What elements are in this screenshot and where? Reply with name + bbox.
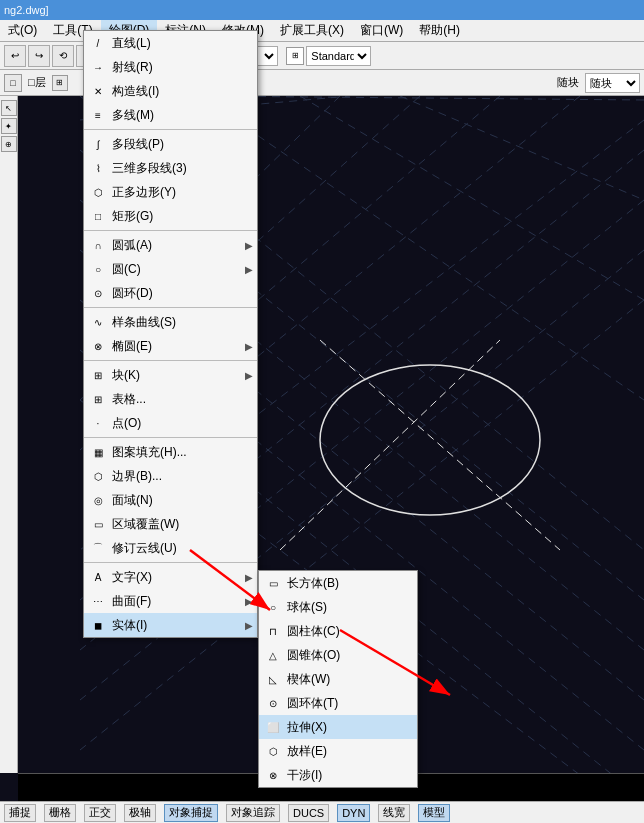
title-bar: ng2.dwg] — [0, 0, 644, 20]
arc-icon: ∩ — [90, 237, 106, 253]
toolbar-btn-undo[interactable]: ⟲ — [52, 45, 74, 67]
ellipse-arrow: ▶ — [245, 341, 253, 352]
menu-item-spline[interactable]: ∿ 样条曲线(S) — [84, 310, 257, 334]
polygon-icon: ⬡ — [90, 184, 106, 200]
menu-item-point[interactable]: · 点(O) — [84, 411, 257, 435]
submenu-item-sphere[interactable]: ○ 球体(S) — [259, 595, 417, 619]
revcloud-icon: ⌒ — [90, 540, 106, 556]
rectang-icon: □ — [90, 208, 106, 224]
menu-item-ray[interactable]: → 射线(R) — [84, 55, 257, 79]
surface-arrow: ▶ — [245, 596, 253, 607]
toolbar-btn-1[interactable]: ↩ — [4, 45, 26, 67]
toolbar2-suikuai-select[interactable]: 随块 — [585, 73, 640, 93]
wedge-icon: ◺ — [265, 671, 281, 687]
sep-5 — [84, 437, 257, 438]
spline-icon: ∿ — [90, 314, 106, 330]
menu-item-table[interactable]: ⊞ 表格... — [84, 387, 257, 411]
menu-item-region[interactable]: ◎ 面域(N) — [84, 488, 257, 512]
menu-item-donut[interactable]: ⊙ 圆环(D) — [84, 281, 257, 305]
status-snap[interactable]: 捕捉 — [4, 804, 36, 822]
menu-item-wipeout[interactable]: ▭ 区域覆盖(W) — [84, 512, 257, 536]
solid-arrow: ▶ — [245, 620, 253, 631]
ray-icon: → — [90, 59, 106, 75]
status-lineweight[interactable]: 线宽 — [378, 804, 410, 822]
title-text: ng2.dwg] — [4, 4, 49, 16]
menu-item-3dpline[interactable]: ⌇ 三维多段线(3) — [84, 156, 257, 180]
text-icon: A — [90, 569, 106, 585]
menu-item-boundary[interactable]: ⬡ 边界(B)... — [84, 464, 257, 488]
sep-6 — [84, 562, 257, 563]
status-polar[interactable]: 极轴 — [124, 804, 156, 822]
cone-icon: △ — [265, 647, 281, 663]
donut-icon: ⊙ — [90, 285, 106, 301]
left-btn-2[interactable]: ✦ — [1, 118, 17, 134]
toolbar2-label-layers: □层 — [28, 75, 46, 90]
box-icon: ▭ — [265, 575, 281, 591]
submenu-item-cylinder[interactable]: ⊓ 圆柱体(C) — [259, 619, 417, 643]
menu-express[interactable]: 扩展工具(X) — [272, 20, 352, 41]
menu-item-rectang[interactable]: □ 矩形(G) — [84, 204, 257, 228]
solid-submenu: ▭ 长方体(B) ○ 球体(S) ⊓ 圆柱体(C) △ 圆锥体(O) ◺ 楔体(… — [258, 570, 418, 788]
loft-icon: ⬡ — [265, 743, 281, 759]
status-grid[interactable]: 栅格 — [44, 804, 76, 822]
menu-item-surface[interactable]: ⋯ 曲面(F) ▶ — [84, 589, 257, 613]
submenu-item-cone[interactable]: △ 圆锥体(O) — [259, 643, 417, 667]
toolbar2-btn-layer-mgr[interactable]: ⊞ — [52, 75, 68, 91]
toolbar-icon-1[interactable]: ⊞ — [286, 47, 304, 65]
menu-window[interactable]: 窗口(W) — [352, 20, 411, 41]
status-model[interactable]: 模型 — [418, 804, 450, 822]
ellipse-icon: ⊗ — [90, 338, 106, 354]
status-otrack[interactable]: 对象追踪 — [226, 804, 280, 822]
sep-1 — [84, 129, 257, 130]
left-panel: ↖ ✦ ⊕ — [0, 96, 18, 773]
menu-item-mline[interactable]: ≡ 多线(M) — [84, 103, 257, 127]
table-icon: ⊞ — [90, 391, 106, 407]
submenu-item-extrude[interactable]: ⬜ 拉伸(X) — [259, 715, 417, 739]
surface-icon: ⋯ — [90, 593, 106, 609]
menu-item-line[interactable]: / 直线(L) — [84, 31, 257, 55]
menu-item-ellipse[interactable]: ⊗ 椭圆(E) ▶ — [84, 334, 257, 358]
menu-item-arc[interactable]: ∩ 圆弧(A) ▶ — [84, 233, 257, 257]
circle-icon: ○ — [90, 261, 106, 277]
solid-icon: ◼ — [90, 617, 106, 633]
menu-item-pline[interactable]: ∫ 多段线(P) — [84, 132, 257, 156]
submenu-item-box[interactable]: ▭ 长方体(B) — [259, 571, 417, 595]
menu-item-hatch[interactable]: ▦ 图案填充(H)... — [84, 440, 257, 464]
left-btn-1[interactable]: ↖ — [1, 100, 17, 116]
menu-item-polygon[interactable]: ⬡ 正多边形(Y) — [84, 180, 257, 204]
sep-2 — [84, 230, 257, 231]
status-ducs[interactable]: DUCS — [288, 804, 329, 822]
menu-format[interactable]: 式(O) — [0, 20, 45, 41]
left-btn-3[interactable]: ⊕ — [1, 136, 17, 152]
sep-4 — [84, 360, 257, 361]
menu-help[interactable]: 帮助(H) — [411, 20, 468, 41]
menu-item-solid[interactable]: ◼ 实体(I) ▶ — [84, 613, 257, 637]
extrude-icon: ⬜ — [265, 719, 281, 735]
xline-icon: ✕ — [90, 83, 106, 99]
status-osnap[interactable]: 对象捕捉 — [164, 804, 218, 822]
status-dyn[interactable]: DYN — [337, 804, 370, 822]
toolbar-standard2-select[interactable]: Standard — [306, 46, 371, 66]
menu-item-text[interactable]: A 文字(X) ▶ — [84, 565, 257, 589]
menu-item-revcloud[interactable]: ⌒ 修订云线(U) — [84, 536, 257, 560]
circle-arrow: ▶ — [245, 264, 253, 275]
submenu-item-wedge[interactable]: ◺ 楔体(W) — [259, 667, 417, 691]
interfere-icon: ⊗ — [265, 767, 281, 783]
menu-item-block[interactable]: ⊞ 块(K) ▶ — [84, 363, 257, 387]
toolbar-btn-2[interactable]: ↪ — [28, 45, 50, 67]
mline-icon: ≡ — [90, 107, 106, 123]
submenu-item-interfere[interactable]: ⊗ 干涉(I) — [259, 763, 417, 787]
block-arrow: ▶ — [245, 370, 253, 381]
torus-icon: ⊙ — [265, 695, 281, 711]
status-bar: 捕捉 栅格 正交 极轴 对象捕捉 对象追踪 DUCS DYN 线宽 模型 — [0, 801, 644, 823]
status-ortho[interactable]: 正交 — [84, 804, 116, 822]
submenu-item-loft[interactable]: ⬡ 放样(E) — [259, 739, 417, 763]
toolbar2-btn-1[interactable]: □ — [4, 74, 22, 92]
pline-icon: ∫ — [90, 136, 106, 152]
menu-item-circle[interactable]: ○ 圆(C) ▶ — [84, 257, 257, 281]
menu-item-xline[interactable]: ✕ 构造线(I) — [84, 79, 257, 103]
region-icon: ◎ — [90, 492, 106, 508]
toolbar2-label-suikuai: 随块 — [557, 75, 579, 90]
3dpline-icon: ⌇ — [90, 160, 106, 176]
submenu-item-torus[interactable]: ⊙ 圆环体(T) — [259, 691, 417, 715]
